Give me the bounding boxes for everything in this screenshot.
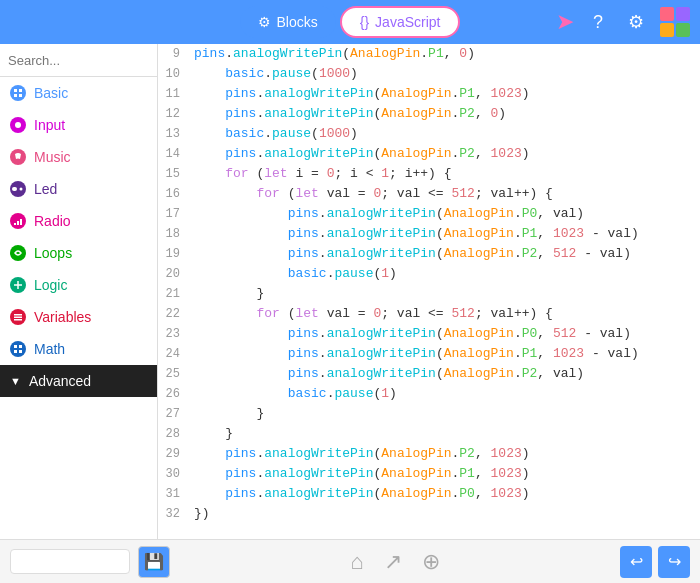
- basic-icon: [10, 85, 26, 101]
- sidebar-item-loops[interactable]: Loops: [0, 237, 157, 269]
- led-label: Led: [34, 181, 57, 197]
- code-line: 22 for (let val = 0; val <= 512; val++) …: [158, 304, 700, 324]
- code-line: 15 for (let i = 0; i < 1; i++) {: [158, 164, 700, 184]
- music-icon: [10, 149, 26, 165]
- project-name-input[interactable]: project 7: [10, 549, 130, 574]
- main-area: 🔍 Basic Input: [0, 44, 700, 539]
- code-line: 23 pins.analogWritePin(AnalogPin.P0, 512…: [158, 324, 700, 344]
- code-line: 19 pins.analogWritePin(AnalogPin.P2, 512…: [158, 244, 700, 264]
- code-line: 32 }): [158, 504, 700, 524]
- code-line: 14 pins.analogWritePin(AnalogPin.P2, 102…: [158, 144, 700, 164]
- math-label: Math: [34, 341, 65, 357]
- search-bar: 🔍: [0, 44, 157, 77]
- toolbar-center: ⚙ Blocks {} JavaScript: [240, 6, 461, 38]
- led-icon: [10, 181, 26, 197]
- sidebar: 🔍 Basic Input: [0, 44, 158, 539]
- sidebar-item-led[interactable]: Led: [0, 173, 157, 205]
- arrow-icon: ➤: [556, 9, 574, 35]
- sidebar-item-advanced[interactable]: ▼ Advanced: [0, 365, 157, 397]
- svg-rect-0: [14, 89, 17, 92]
- code-line: 12 pins.analogWritePin(AnalogPin.P2, 0): [158, 104, 700, 124]
- code-line: 13 basic.pause(1000): [158, 124, 700, 144]
- music-label: Music: [34, 149, 71, 165]
- sidebar-item-basic[interactable]: Basic: [0, 77, 157, 109]
- svg-rect-14: [14, 317, 22, 319]
- save-icon: 💾: [144, 552, 164, 571]
- basic-label: Basic: [34, 85, 68, 101]
- sidebar-item-music[interactable]: Music: [0, 141, 157, 173]
- svg-point-4: [15, 122, 21, 128]
- blocks-icon: ⚙: [258, 14, 271, 30]
- sidebar-item-variables[interactable]: Variables: [0, 301, 157, 333]
- blocks-tab[interactable]: ⚙ Blocks: [240, 6, 336, 38]
- variables-label: Variables: [34, 309, 91, 325]
- undo-button[interactable]: ↩: [620, 546, 652, 578]
- sidebar-item-math[interactable]: Math: [0, 333, 157, 365]
- input-icon: [10, 117, 26, 133]
- code-line: 27 }: [158, 404, 700, 424]
- svg-rect-3: [19, 94, 22, 97]
- js-icon: {}: [360, 14, 369, 30]
- advanced-label: Advanced: [29, 373, 91, 389]
- bottom-bar: project 7 💾 ⌂ ↗ ⊕ ↩ ↪: [0, 539, 700, 583]
- loops-label: Loops: [34, 245, 72, 261]
- svg-rect-9: [17, 221, 19, 225]
- code-line: 11 pins.analogWritePin(AnalogPin.P1, 102…: [158, 84, 700, 104]
- svg-rect-18: [14, 350, 17, 353]
- code-line: 21 }: [158, 284, 700, 304]
- code-line: 24 pins.analogWritePin(AnalogPin.P1, 102…: [158, 344, 700, 364]
- svg-rect-1: [19, 89, 22, 92]
- share-icon[interactable]: ↗: [384, 549, 402, 575]
- code-line: 26 basic.pause(1): [158, 384, 700, 404]
- save-button[interactable]: 💾: [138, 546, 170, 578]
- svg-rect-13: [14, 314, 22, 316]
- code-line: 30 pins.analogWritePin(AnalogPin.P1, 102…: [158, 464, 700, 484]
- logic-icon: [10, 277, 26, 293]
- redo-button[interactable]: ↪: [658, 546, 690, 578]
- svg-rect-17: [19, 345, 22, 348]
- code-line: 28 }: [158, 424, 700, 444]
- toolbar-right: ➤ ? ⚙: [548, 7, 690, 37]
- code-line: 20 basic.pause(1): [158, 264, 700, 284]
- scratch-logo: [660, 7, 690, 37]
- code-line: 9 pins.analogWritePin(AnalogPin.P1, 0): [158, 44, 700, 64]
- svg-rect-16: [14, 345, 17, 348]
- advanced-chevron: ▼: [10, 375, 21, 387]
- app-container: ⚙ Blocks {} JavaScript ➤ ? ⚙: [0, 0, 700, 583]
- code-line: 17 pins.analogWritePin(AnalogPin.P0, val…: [158, 204, 700, 224]
- radio-icon: [10, 213, 26, 229]
- svg-rect-2: [14, 94, 17, 97]
- search-input[interactable]: [8, 53, 176, 68]
- sidebar-item-radio[interactable]: Radio: [0, 205, 157, 237]
- variables-icon: [10, 309, 26, 325]
- sidebar-item-input[interactable]: Input: [0, 109, 157, 141]
- help-icon[interactable]: ?: [584, 8, 612, 36]
- code-line: 25 pins.analogWritePin(AnalogPin.P2, val…: [158, 364, 700, 384]
- input-label: Input: [34, 117, 65, 133]
- svg-rect-10: [20, 219, 22, 225]
- svg-rect-5: [12, 187, 17, 191]
- svg-rect-8: [14, 223, 16, 225]
- sidebar-items: Basic Input Music: [0, 77, 157, 539]
- bottom-icons: ⌂ ↗ ⊕: [178, 549, 612, 575]
- settings-icon[interactable]: ⚙: [622, 8, 650, 36]
- svg-rect-19: [19, 350, 22, 353]
- math-icon: [10, 341, 26, 357]
- svg-point-7: [20, 188, 23, 191]
- zoom-icon[interactable]: ⊕: [422, 549, 440, 575]
- code-line: 10 basic.pause(1000): [158, 64, 700, 84]
- code-line: 18 pins.analogWritePin(AnalogPin.P1, 102…: [158, 224, 700, 244]
- undo-redo: ↩ ↪: [620, 546, 690, 578]
- javascript-tab[interactable]: {} JavaScript: [340, 6, 461, 38]
- code-line: 16 for (let val = 0; val <= 512; val++) …: [158, 184, 700, 204]
- svg-rect-15: [14, 319, 22, 321]
- code-line: 29 pins.analogWritePin(AnalogPin.P2, 102…: [158, 444, 700, 464]
- sidebar-item-logic[interactable]: Logic: [0, 269, 157, 301]
- radio-label: Radio: [34, 213, 71, 229]
- home-icon[interactable]: ⌂: [350, 549, 363, 575]
- code-line: 31 pins.analogWritePin(AnalogPin.P0, 102…: [158, 484, 700, 504]
- toolbar: ⚙ Blocks {} JavaScript ➤ ? ⚙: [0, 0, 700, 44]
- loops-icon: [10, 245, 26, 261]
- code-area: 9 pins.analogWritePin(AnalogPin.P1, 0) 1…: [158, 44, 700, 539]
- logic-label: Logic: [34, 277, 67, 293]
